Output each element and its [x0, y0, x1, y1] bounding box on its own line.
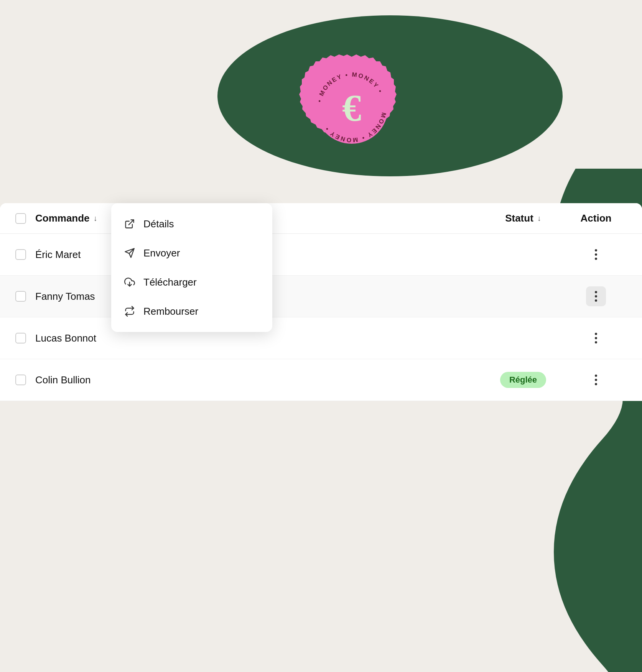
commande-sort-icon: ↓ [94, 214, 97, 223]
row-name-lucas: Lucas Bonnot [35, 332, 481, 344]
select-all-checkbox[interactable] [15, 213, 26, 224]
row-action-eric [565, 245, 627, 265]
table-row: Éric Maret [0, 234, 642, 276]
external-link-icon [123, 218, 136, 230]
statut-sort-icon: ↓ [537, 214, 541, 223]
send-icon [123, 247, 136, 259]
table-row: Fanny Tomas [0, 276, 642, 317]
action-dropdown-menu: Détails Envoyer Télécharger [111, 203, 272, 332]
dropdown-item-envoyer-label: Envoyer [143, 247, 180, 259]
row-action-fanny [565, 286, 627, 306]
dropdown-item-telecharger-label: Télécharger [143, 276, 197, 288]
dot [595, 379, 597, 381]
dropdown-item-telecharger[interactable]: Télécharger [111, 268, 272, 297]
statut-header-label: Statut [505, 212, 533, 224]
dropdown-item-envoyer[interactable]: Envoyer [111, 238, 272, 268]
action-menu-button-lucas[interactable] [586, 328, 606, 348]
dropdown-item-details[interactable]: Détails [111, 209, 272, 238]
dot [595, 337, 597, 339]
dot [595, 291, 597, 293]
statut-header[interactable]: Statut ↓ [481, 212, 565, 224]
dropdown-item-rembourser[interactable]: Rembourser [111, 297, 272, 326]
dot [595, 341, 597, 343]
dot [595, 383, 597, 385]
dropdown-item-details-label: Détails [143, 218, 174, 230]
action-menu-button-colin[interactable] [586, 370, 606, 390]
row-checkbox-fanny[interactable] [15, 291, 26, 302]
row-statut-colin: Réglée [481, 372, 565, 388]
table-row: Lucas Bonnot [0, 317, 642, 359]
dot [595, 258, 597, 260]
svg-line-4 [129, 220, 134, 225]
download-icon [123, 276, 136, 288]
row-checkbox-eric[interactable] [15, 249, 26, 260]
action-header-label: Action [581, 212, 612, 224]
money-stamp: € • MONEY • MONEY • MONEY • MONEY • [298, 54, 405, 161]
dot [595, 333, 597, 335]
row-action-colin [565, 370, 627, 390]
dot [595, 253, 597, 256]
dot [595, 249, 597, 251]
table-header: Commande ↓ Statut ↓ Action [0, 203, 642, 234]
action-menu-button-eric[interactable] [586, 245, 606, 265]
dot [595, 295, 597, 297]
row-checkbox-colin[interactable] [15, 375, 26, 385]
row-action-lucas [565, 328, 627, 348]
dot [595, 299, 597, 302]
action-menu-button-fanny[interactable] [586, 286, 606, 306]
action-header: Action [565, 212, 627, 224]
refund-icon [123, 305, 136, 317]
dot [595, 375, 597, 377]
commande-header-label: Commande [35, 212, 90, 224]
orders-table: Commande ↓ Statut ↓ Action Éric Maret Fa… [0, 203, 642, 401]
svg-text:€: € [342, 87, 361, 129]
dropdown-item-rembourser-label: Rembourser [143, 306, 198, 317]
statut-badge-reglee: Réglée [500, 372, 546, 388]
row-checkbox-lucas[interactable] [15, 333, 26, 343]
table-row: Colin Bullion Réglée [0, 359, 642, 401]
row-name-colin: Colin Bullion [35, 374, 481, 386]
